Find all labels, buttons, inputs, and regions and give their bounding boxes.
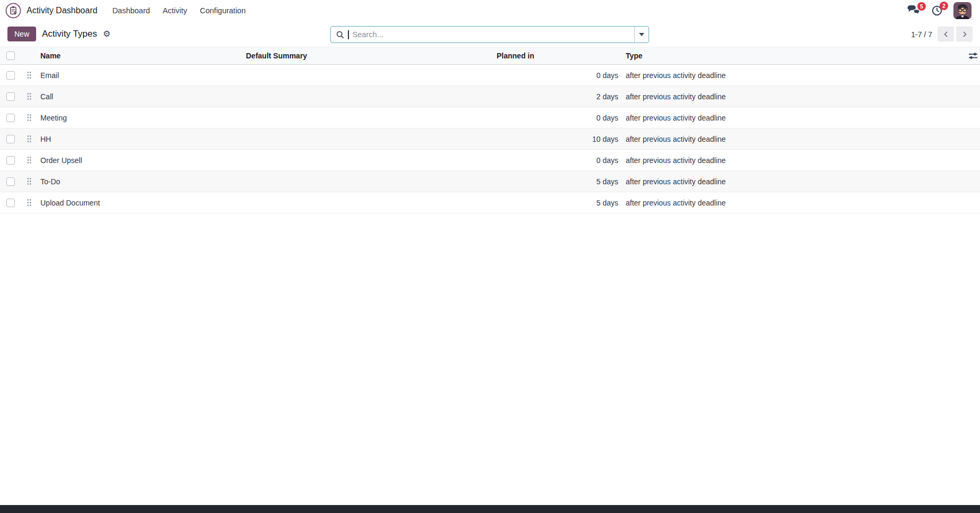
table-row[interactable]: Meeting 0 days after previous activity d… [0, 107, 980, 129]
systray: 5 2 [907, 2, 975, 19]
activity-types-list: Name Default Summary Planned in Type [0, 47, 980, 213]
drag-handle-icon[interactable] [21, 71, 37, 79]
cell-type: after previous activity deadline [621, 114, 955, 122]
cell-name: Email [37, 71, 242, 80]
messages-button[interactable]: 5 [907, 5, 921, 16]
drag-handle-icon[interactable] [21, 199, 37, 207]
action-gear-icon[interactable]: ⚙ [103, 30, 110, 38]
table-row[interactable]: Email 0 days after previous activity dea… [0, 65, 980, 86]
cell-type: after previous activity deadline [621, 177, 955, 186]
table-row[interactable]: Call 2 days after previous activity dead… [0, 86, 980, 107]
text-cursor [348, 30, 349, 39]
menu-item-configuration[interactable]: Configuration [193, 0, 252, 21]
chevron-down-icon [639, 33, 644, 36]
search-dropdown-toggle[interactable] [634, 27, 649, 42]
messages-count-badge: 5 [917, 2, 926, 11]
cell-type: after previous activity deadline [621, 156, 955, 165]
activities-button[interactable]: 2 [931, 5, 943, 16]
drag-handle-icon[interactable] [21, 114, 37, 122]
app-logo[interactable] [4, 2, 22, 20]
cell-type: after previous activity deadline [621, 199, 955, 207]
cell-type: after previous activity deadline [621, 92, 955, 101]
cell-name: To-Do [37, 177, 242, 186]
cell-name: HH [37, 135, 242, 143]
top-navbar: Activity Dashboard Dashboard Activity Co… [0, 0, 980, 21]
activity-clipboard-logo-icon [5, 3, 21, 19]
menu-item-activity[interactable]: Activity [156, 0, 193, 21]
cell-name: Upload Document [37, 199, 242, 207]
optional-columns-button[interactable] [968, 52, 980, 60]
cell-name: Call [37, 92, 242, 101]
search-bar [330, 26, 649, 43]
select-all-checkbox[interactable] [6, 52, 15, 60]
row-select-checkbox[interactable] [6, 156, 15, 165]
column-header-default-summary[interactable]: Default Summary [242, 52, 497, 60]
cell-planned-in: 5 days [497, 199, 621, 207]
table-row[interactable]: Upload Document 5 days after previous ac… [0, 192, 980, 213]
search-icon [336, 31, 344, 39]
row-select-checkbox[interactable] [6, 114, 15, 122]
search-input[interactable] [353, 30, 635, 39]
table-row[interactable]: Order Upsell 0 days after previous activ… [0, 150, 980, 171]
drag-handle-icon[interactable] [21, 92, 37, 100]
row-select-checkbox[interactable] [6, 135, 15, 143]
cell-planned-in: 0 days [497, 114, 621, 122]
control-panel: New Activity Types ⚙ 1-7 / 7 [0, 21, 980, 47]
app-name[interactable]: Activity Dashboard [27, 6, 97, 15]
cell-name: Order Upsell [37, 156, 242, 165]
pager-previous-button[interactable] [938, 27, 954, 42]
sliders-icon [968, 52, 978, 60]
pager-range[interactable]: 1-7 / 7 [911, 30, 932, 38]
table-row[interactable]: HH 10 days after previous activity deadl… [0, 129, 980, 150]
drag-handle-icon[interactable] [21, 135, 37, 143]
column-header-name[interactable]: Name [37, 52, 242, 60]
row-select-checkbox[interactable] [6, 92, 15, 101]
row-select-checkbox[interactable] [6, 177, 15, 186]
new-button[interactable]: New [7, 27, 36, 41]
column-header-type[interactable]: Type [621, 52, 955, 60]
table-header-row: Name Default Summary Planned in Type [0, 47, 980, 65]
menu-item-dashboard[interactable]: Dashboard [106, 0, 156, 21]
row-select-checkbox[interactable] [6, 199, 15, 207]
cell-type: after previous activity deadline [621, 135, 955, 143]
user-avatar[interactable] [953, 2, 972, 19]
breadcrumb-title: Activity Types [42, 29, 97, 39]
cell-planned-in: 5 days [497, 177, 621, 186]
cell-planned-in: 0 days [497, 156, 621, 165]
table-body: Email 0 days after previous activity dea… [0, 65, 980, 213]
chevron-right-icon [961, 31, 968, 37]
row-select-checkbox[interactable] [6, 71, 15, 80]
chevron-left-icon [943, 31, 949, 37]
cell-planned-in: 10 days [497, 135, 621, 143]
table-row[interactable]: To-Do 5 days after previous activity dea… [0, 171, 980, 192]
cell-planned-in: 0 days [497, 71, 621, 80]
cell-name: Meeting [37, 114, 242, 122]
cell-type: after previous activity deadline [621, 71, 955, 80]
cell-planned-in: 2 days [497, 92, 621, 101]
pager-next-button[interactable] [956, 27, 973, 42]
activities-count-badge: 2 [940, 2, 948, 10]
column-header-planned-in[interactable]: Planned in [497, 52, 621, 60]
drag-handle-icon[interactable] [21, 177, 37, 185]
drag-handle-icon[interactable] [21, 156, 37, 164]
bottom-edge-bar [0, 505, 980, 513]
